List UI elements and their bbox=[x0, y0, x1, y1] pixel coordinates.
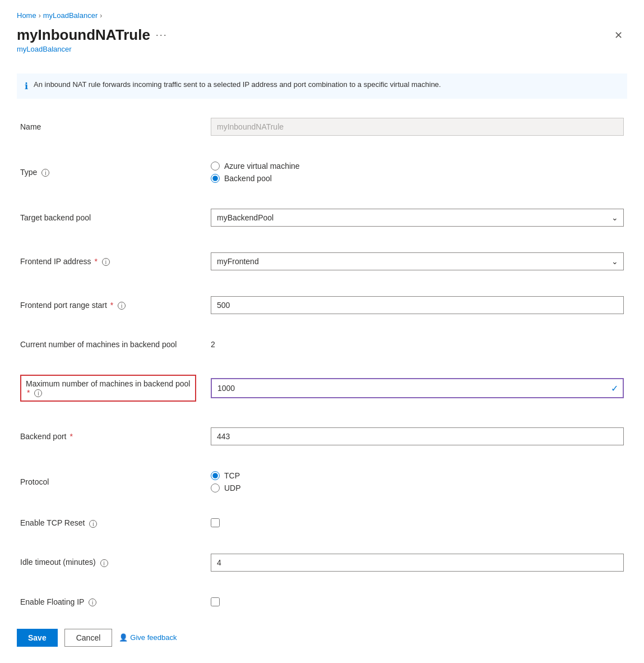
name-row: Name bbox=[17, 112, 627, 141]
page-subtitle: myLoadBalancer bbox=[17, 45, 627, 53]
check-mark-icon: ✓ bbox=[611, 383, 618, 394]
frontend-ip-info-icon[interactable]: i bbox=[102, 258, 110, 266]
feedback-label: Give feedback bbox=[130, 633, 177, 642]
protocol-row: Protocol TCP UDP bbox=[17, 466, 627, 498]
feedback-link[interactable]: 👤 Give feedback bbox=[119, 633, 177, 642]
target-backend-pool-row: Target backend pool myBackendPool bbox=[17, 203, 627, 232]
protocol-udp-label: UDP bbox=[224, 484, 241, 492]
type-radio-group: Azure virtual machine Backend pool bbox=[211, 162, 624, 183]
type-backend-pool-radio[interactable] bbox=[211, 174, 220, 183]
max-machines-input[interactable] bbox=[211, 378, 624, 398]
idle-timeout-row: Idle timeout (minutes) i bbox=[17, 548, 627, 577]
frontend-ip-label: Frontend IP address bbox=[20, 257, 91, 266]
type-azure-vm-label: Azure virtual machine bbox=[224, 162, 300, 171]
backend-port-row: Backend port * bbox=[17, 422, 627, 451]
max-machines-info-icon[interactable]: i bbox=[34, 389, 42, 397]
tcp-reset-checkbox-wrapper bbox=[211, 518, 624, 527]
max-machines-label-container: Maximum number of machines in backend po… bbox=[20, 375, 196, 402]
footer-actions: Save Cancel 👤 Give feedback bbox=[17, 629, 627, 647]
current-machines-value: 2 bbox=[211, 340, 215, 349]
form-table: Name Type i Azure virtual bbox=[17, 112, 627, 612]
protocol-tcp-option[interactable]: TCP bbox=[211, 471, 624, 480]
breadcrumb-loadbalancer[interactable]: myLoadBalancer bbox=[43, 11, 98, 20]
type-azure-vm-option[interactable]: Azure virtual machine bbox=[211, 162, 624, 171]
target-backend-pool-wrapper: myBackendPool bbox=[211, 209, 624, 227]
tcp-reset-info-icon[interactable]: i bbox=[89, 520, 97, 528]
tcp-reset-row: Enable TCP Reset i bbox=[17, 513, 627, 533]
frontend-ip-row: Frontend IP address * i myFrontend bbox=[17, 247, 627, 276]
more-options-button[interactable]: ··· bbox=[156, 29, 168, 41]
backend-port-required: * bbox=[70, 432, 72, 441]
tcp-reset-checkbox[interactable] bbox=[211, 518, 220, 527]
type-azure-vm-radio[interactable] bbox=[211, 162, 220, 171]
cancel-button[interactable]: Cancel bbox=[64, 629, 113, 647]
floating-ip-checkbox-wrapper bbox=[211, 597, 624, 606]
idle-timeout-input[interactable] bbox=[211, 554, 624, 572]
type-backend-pool-option[interactable]: Backend pool bbox=[211, 174, 624, 183]
name-label: Name bbox=[20, 122, 41, 131]
max-machines-dropdown: ✓ bbox=[211, 378, 624, 398]
frontend-port-required: * bbox=[110, 301, 113, 310]
type-backend-pool-label: Backend pool bbox=[224, 174, 272, 183]
tcp-reset-label: Enable TCP Reset bbox=[20, 518, 85, 527]
protocol-tcp-radio[interactable] bbox=[211, 471, 220, 480]
info-icon: ℹ bbox=[25, 80, 28, 93]
frontend-ip-required: * bbox=[95, 257, 98, 266]
protocol-radio-group: TCP UDP bbox=[211, 471, 624, 492]
idle-timeout-info-icon[interactable]: i bbox=[100, 559, 108, 567]
floating-ip-checkbox[interactable] bbox=[211, 597, 220, 606]
frontend-ip-select[interactable]: myFrontend bbox=[211, 252, 624, 270]
header-row: myInboundNATrule ··· ✕ bbox=[17, 26, 627, 44]
frontend-port-label: Frontend port range start bbox=[20, 301, 107, 310]
close-button[interactable]: ✕ bbox=[610, 27, 627, 44]
type-label: Type bbox=[20, 168, 37, 177]
idle-timeout-label: Idle timeout (minutes) bbox=[20, 558, 96, 567]
target-backend-pool-select[interactable]: myBackendPool bbox=[211, 209, 624, 227]
info-box: ℹ An inbound NAT rule forwards incoming … bbox=[17, 73, 627, 99]
frontend-port-info-icon[interactable]: i bbox=[118, 302, 126, 310]
protocol-tcp-label: TCP bbox=[224, 471, 240, 480]
floating-ip-info-icon[interactable]: i bbox=[89, 598, 96, 606]
header-left: myInboundNATrule ··· bbox=[17, 26, 168, 44]
frontend-port-input[interactable] bbox=[211, 296, 624, 314]
breadcrumb: Home › myLoadBalancer › bbox=[17, 11, 627, 20]
backend-port-label: Backend port bbox=[20, 432, 67, 441]
current-machines-label: Current number of machines in backend po… bbox=[20, 340, 177, 349]
frontend-port-row: Frontend port range start * i bbox=[17, 291, 627, 320]
feedback-person-icon: 👤 bbox=[119, 633, 128, 642]
save-button[interactable]: Save bbox=[17, 629, 58, 647]
protocol-label: Protocol bbox=[20, 477, 49, 486]
page-title: myInboundNATrule bbox=[17, 26, 150, 44]
floating-ip-label: Enable Floating IP bbox=[20, 597, 84, 606]
target-backend-pool-label: Target backend pool bbox=[20, 213, 91, 222]
info-text: An inbound NAT rule forwards incoming tr… bbox=[34, 79, 441, 90]
protocol-udp-option[interactable]: UDP bbox=[211, 484, 624, 492]
backend-port-input[interactable] bbox=[211, 427, 624, 445]
breadcrumb-sep1: › bbox=[39, 12, 41, 20]
frontend-ip-wrapper: myFrontend bbox=[211, 252, 624, 270]
floating-ip-row: Enable Floating IP i bbox=[17, 592, 627, 612]
current-machines-row: Current number of machines in backend po… bbox=[17, 334, 627, 354]
type-info-icon[interactable]: i bbox=[41, 169, 49, 177]
breadcrumb-sep2: › bbox=[100, 12, 102, 20]
page-container: Home › myLoadBalancer › myInboundNATrule… bbox=[0, 0, 644, 663]
name-input[interactable] bbox=[211, 118, 624, 136]
type-row: Type i Azure virtual machine Backend poo… bbox=[17, 156, 627, 188]
breadcrumb-home[interactable]: Home bbox=[17, 11, 36, 20]
max-machines-required: * bbox=[27, 388, 30, 397]
max-machines-row: Maximum number of machines in backend po… bbox=[17, 369, 627, 407]
protocol-udp-radio[interactable] bbox=[211, 484, 220, 492]
max-machines-label: Maximum number of machines in backend po… bbox=[26, 379, 190, 388]
